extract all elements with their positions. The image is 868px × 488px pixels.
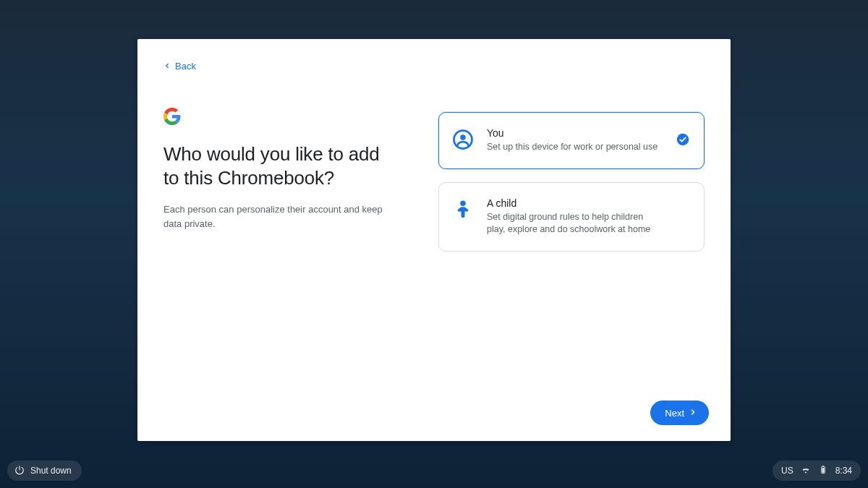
shutdown-label: Shut down xyxy=(30,466,72,476)
page-title: Who would you like to add to this Chrome… xyxy=(163,142,388,189)
google-logo-icon xyxy=(163,108,181,125)
option-title: A child xyxy=(487,197,663,209)
svg-point-4 xyxy=(458,208,461,211)
svg-rect-8 xyxy=(822,466,823,466)
shutdown-button[interactable]: Shut down xyxy=(7,461,82,481)
option-you[interactable]: You Set up this device for work or perso… xyxy=(438,112,705,169)
next-label: Next xyxy=(665,408,684,419)
power-icon xyxy=(14,465,25,477)
page-subtitle: Each person can personalize their accoun… xyxy=(163,202,388,231)
wifi-icon xyxy=(801,465,811,477)
back-button[interactable]: Back xyxy=(163,61,196,72)
chevron-right-icon xyxy=(689,408,697,419)
checkmark-icon xyxy=(676,133,689,146)
status-tray[interactable]: US 8:34 xyxy=(773,461,861,481)
clock: 8:34 xyxy=(835,466,852,476)
language-indicator: US xyxy=(781,466,793,476)
battery-icon xyxy=(818,465,828,477)
option-title: You xyxy=(487,127,663,139)
option-child[interactable]: A child Set digital ground rules to help… xyxy=(438,182,705,252)
svg-rect-9 xyxy=(822,468,824,473)
svg-point-5 xyxy=(466,208,469,211)
chevron-left-icon xyxy=(163,61,171,72)
setup-card: Back Who would you like to add to this C… xyxy=(137,39,731,441)
option-description: Set digital ground rules to help childre… xyxy=(487,211,663,236)
back-label: Back xyxy=(175,61,196,72)
child-icon xyxy=(452,199,474,221)
svg-point-3 xyxy=(460,200,466,206)
svg-point-1 xyxy=(460,134,466,140)
user-circle-icon xyxy=(452,129,474,150)
options-column: You Set up this device for work or perso… xyxy=(438,108,705,265)
option-description: Set up this device for work or personal … xyxy=(487,141,663,154)
next-button[interactable]: Next xyxy=(650,401,709,425)
left-column: Who would you like to add to this Chrome… xyxy=(163,108,388,265)
